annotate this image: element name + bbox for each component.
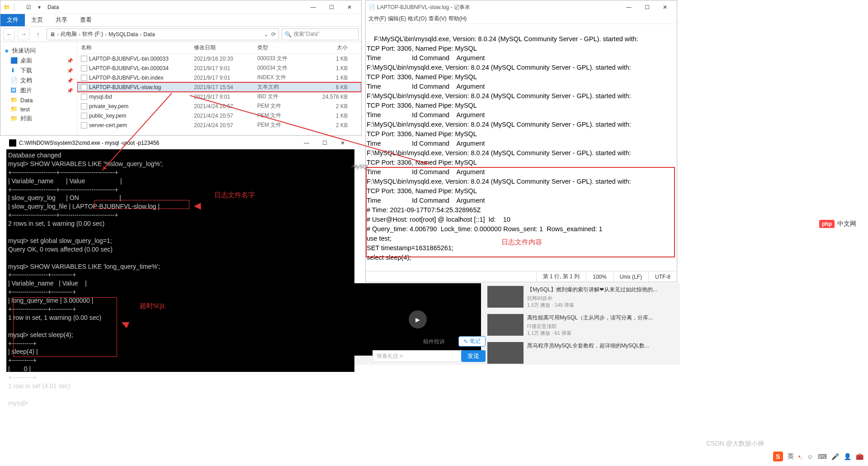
minimize-button[interactable]: — [297, 137, 316, 149]
pin-icon: 📌 [67, 78, 73, 84]
refresh-icon[interactable]: ⟳ [271, 31, 276, 38]
file-row[interactable]: private_key.pem2021/4/24 20:57PEM 文件2 KB [77, 101, 361, 111]
sidebar-item[interactable]: 📁封面 [2, 114, 75, 124]
close-button[interactable]: ✕ [334, 137, 352, 149]
sidebar-item[interactable]: 🟦桌面📌 [2, 56, 75, 66]
file-row[interactable]: LAPTOP-BJUBNFVL-bin.0000342021/9/17 9:01… [77, 63, 361, 73]
breadcrumb-dropdown-icon[interactable]: ⌄ [264, 31, 269, 38]
sidebar-item[interactable]: 📁Data [2, 95, 75, 105]
danmaku-input[interactable]: 弹幕礼仪 > [373, 350, 463, 362]
ime-keyboard-icon[interactable]: ⌨ [818, 453, 827, 460]
col-date[interactable]: 修改日期 [194, 44, 257, 52]
file-row[interactable]: LAPTOP-BJUBNFVL-bin.0000332021/9/16 20:3… [77, 54, 361, 63]
file-row[interactable]: LAPTOP-BJUBNFVL-slow.log2021/9/17 15:54文… [77, 82, 361, 92]
file-row[interactable]: public_key.pem2021/4/24 20:57PEM 文件1 KB [77, 111, 361, 120]
col-name[interactable]: 名称 [81, 44, 194, 52]
maximize-button[interactable]: ☐ [316, 137, 334, 149]
cmd-window: C:\WINDOWS\system32\cmd.exe - mysql -uro… [6, 137, 354, 372]
folder-icon: 📄 [10, 77, 18, 84]
ribbon-tab-file[interactable]: 文件 [0, 14, 25, 26]
folder-icon: 📁 [3, 4, 10, 11]
cmd-icon [9, 139, 16, 147]
complain-link[interactable]: 稿件投诉 [423, 338, 445, 346]
notepad-text: F:\MySQL\bin\mysqld.exe, Version: 8.0.24… [367, 35, 638, 261]
breadcrumb-pc-icon: 🖥 [50, 31, 55, 38]
status-zoom: 100% [586, 271, 613, 282]
menu-edit[interactable]: 编辑(E) [388, 15, 406, 23]
video-item[interactable]: 高性能高可用MySQL（主从同步，读写分离，分库...IT楼层至顶部1.1万 播… [486, 311, 671, 339]
close-button[interactable]: ✕ [656, 1, 674, 14]
video-item[interactable]: 黑马程序员MySQL全套教程，超详细的MySQL数... [486, 339, 671, 366]
nav-up-button[interactable]: ↑ [32, 29, 44, 40]
explorer-title: Data [47, 4, 59, 10]
breadcrumb-seg[interactable]: 软件 (F:) [82, 30, 103, 38]
explorer-ribbon: 文件 主页 共享 查看 [0, 14, 361, 27]
video-recommend-list: 【MySQL】燃到爆的索引讲解❤从来见过如此惊艳的...抗韩93反补1.5万 播… [486, 283, 671, 366]
minimize-button[interactable]: — [620, 1, 638, 14]
file-icon [81, 113, 87, 119]
cmd-titlebar[interactable]: C:\WINDOWS\system32\cmd.exe - mysql -uro… [6, 137, 354, 149]
ime-punct-icon[interactable]: •, [798, 453, 802, 460]
cmd-output[interactable]: Database changed mysql> SHOW VARIABLES L… [6, 149, 354, 409]
arrow-icon: ◀ [194, 200, 201, 211]
sidebar-quick-access[interactable]: ★ 快速访问 [2, 46, 75, 56]
php-cn-logo[interactable]: php 中文网 [819, 220, 856, 228]
folder-icon: 📁 [10, 105, 18, 113]
ribbon-tab-view[interactable]: 查看 [74, 14, 98, 26]
nav-fwd-button[interactable]: → [18, 29, 29, 40]
sidebar-item[interactable]: 📁test [2, 105, 75, 114]
breadcrumb-seg[interactable]: Data [143, 31, 155, 38]
star-icon: ★ [4, 48, 9, 54]
ribbon-tab-home[interactable]: 主页 [25, 14, 49, 26]
file-explorer-window: 📁 ☑ ▾ Data — ☐ ✕ 文件 主页 共享 查看 ← → ↑ 🖥› 此电… [0, 0, 362, 136]
ime-user-icon[interactable]: 👤 [844, 453, 851, 460]
ime-toolbar[interactable]: S 英 •, ☺ ⌨ 🎤 👤 🧰 [773, 452, 863, 461]
video-item[interactable]: 【MySQL】燃到爆的索引讲解❤从来见过如此惊艳的...抗韩93反补1.5万 播… [486, 283, 671, 311]
menu-format[interactable]: 格式(O) [408, 15, 426, 23]
ime-mic-icon[interactable]: 🎤 [831, 453, 839, 460]
maximize-button[interactable]: ☐ [322, 1, 340, 14]
qat-sep [14, 4, 21, 11]
anno-label-sql: 超时SQL [140, 302, 166, 310]
close-button[interactable]: ✕ [340, 1, 359, 14]
file-row[interactable]: mysql.ibd2021/9/17 9:01IBD 文件24,576 KB [77, 92, 361, 101]
explorer-addressbar: ← → ↑ 🖥› 此电脑› 软件 (F:)› MySQLData› Data ⌄… [0, 27, 361, 42]
sidebar-item[interactable]: ⬇下载📌 [2, 66, 75, 76]
col-size[interactable]: 大小 [311, 44, 348, 52]
breadcrumb-seg[interactable]: 此电脑 [61, 30, 77, 38]
file-row[interactable]: server-cert.pem2021/4/24 20:57PEM 文件2 KB [77, 120, 361, 130]
ime-lang[interactable]: 英 [788, 452, 794, 461]
folder-icon: 📁 [10, 96, 18, 104]
menu-view[interactable]: 查看(V) [429, 15, 447, 23]
sidebar-item[interactable]: 📄文档📌 [2, 76, 75, 86]
col-type[interactable]: 类型 [257, 44, 311, 52]
notepad-content[interactable]: F:\MySQL\bin\mysqld.exe, Version: 8.0.24… [366, 24, 677, 271]
play-icon[interactable]: ▶ [409, 310, 427, 328]
sogou-icon[interactable]: S [773, 452, 783, 461]
folder-icon: ⬇ [10, 67, 18, 74]
note-button[interactable]: ✎笔记 [458, 336, 486, 347]
anno-label-logname: 日志文件名字 [214, 191, 255, 200]
maximize-button[interactable]: ☐ [638, 1, 656, 14]
file-icon [81, 103, 87, 109]
qat-checkbox-icon[interactable]: ☑ [25, 4, 32, 11]
breadcrumb-seg[interactable]: MySQLData [108, 31, 138, 38]
explorer-titlebar[interactable]: 📁 ☑ ▾ Data — ☐ ✕ [0, 0, 361, 14]
ime-emoji-icon[interactable]: ☺ [807, 453, 813, 460]
ribbon-tab-share[interactable]: 共享 [49, 14, 74, 26]
file-row[interactable]: LAPTOP-BJUBNFVL-bin.index2021/9/17 9:01I… [77, 73, 361, 82]
explorer-search[interactable]: 🔍 搜索"Data" [282, 29, 359, 40]
menu-file[interactable]: 文件(F) [368, 15, 386, 23]
qat-dropdown-icon[interactable]: ▾ [36, 4, 43, 11]
pin-icon: 📌 [67, 88, 73, 94]
sidebar-item[interactable]: 🖼图片📌 [2, 86, 75, 95]
menu-help[interactable]: 帮助(H) [448, 15, 467, 23]
notepad-window: 📄 LAPTOP-BJUBNFVL-slow.log - 记事本 — ☐ ✕ 文… [365, 0, 677, 282]
send-button[interactable]: 发送 [461, 350, 486, 362]
ime-toolbox-icon[interactable]: 🧰 [856, 453, 863, 460]
notepad-icon: 📄 [368, 4, 375, 10]
minimize-button[interactable]: — [304, 1, 322, 14]
notepad-titlebar[interactable]: 📄 LAPTOP-BJUBNFVL-slow.log - 记事本 — ☐ ✕ [366, 0, 677, 14]
breadcrumb[interactable]: 🖥› 此电脑› 软件 (F:)› MySQLData› Data ⌄ ⟳ [47, 29, 279, 40]
nav-back-button[interactable]: ← [3, 29, 15, 40]
